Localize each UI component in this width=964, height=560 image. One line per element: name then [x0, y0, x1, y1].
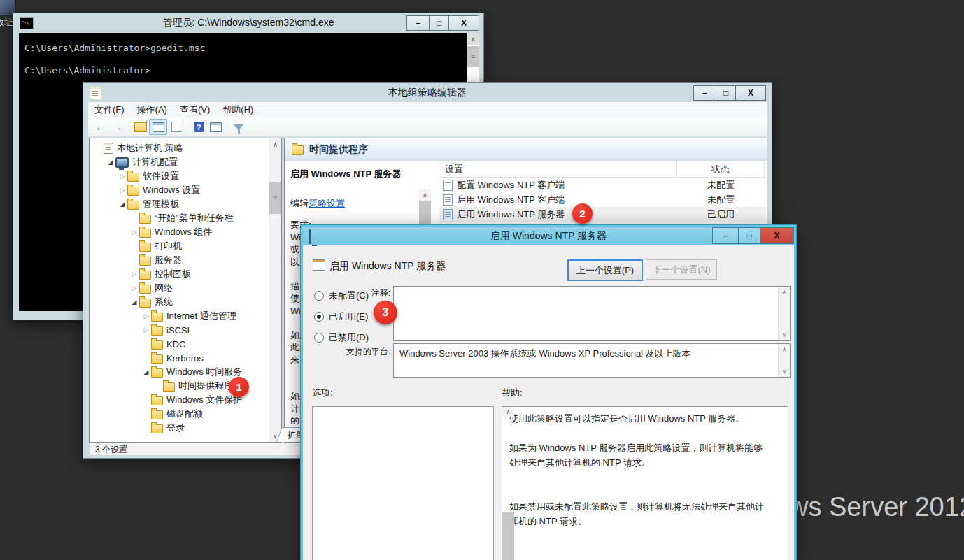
pane-banner-label: 时间提供程序 [309, 143, 368, 156]
menu-action[interactable]: 操作(A) [131, 103, 173, 116]
maximize-button[interactable]: □ [716, 85, 736, 101]
folder-icon [139, 215, 151, 224]
button-key: P [625, 265, 631, 275]
radio-icon[interactable] [314, 333, 324, 343]
radio-disabled[interactable]: 已禁用(D) [314, 331, 369, 345]
scroll-down-icon[interactable]: ∨ [779, 330, 790, 340]
setting-name: 配置 Windows NTP 客户端 [457, 179, 565, 192]
collapse-icon[interactable] [129, 299, 139, 306]
policy-doc-icon [443, 209, 453, 220]
folder-icon [151, 313, 163, 322]
tree-item[interactable]: Windows 组件 [90, 225, 269, 239]
setting-row[interactable]: 启用 Windows NTP 客户端 未配置 [439, 192, 766, 207]
radio-label: ) [366, 332, 369, 343]
tree-item[interactable]: 磁盘配额 [90, 407, 269, 421]
options-panel[interactable] [312, 406, 494, 560]
step-badge-1: 1 [229, 377, 249, 397]
tree-item[interactable]: 服务器 [90, 253, 269, 267]
up-one-level-icon[interactable] [132, 120, 149, 134]
tree-item[interactable]: 系统 [90, 295, 269, 309]
folder-icon [163, 382, 175, 392]
show-action-pane-icon[interactable] [207, 120, 224, 134]
collapse-icon[interactable] [141, 368, 151, 375]
scroll-up-icon[interactable]: ∧ [269, 138, 281, 150]
menu-view[interactable]: 查看(V) [173, 103, 216, 116]
toolbar-separator [227, 121, 227, 134]
platform-scrollbar[interactable]: ∧ ∨ [778, 344, 790, 377]
close-button[interactable]: X [735, 85, 766, 101]
minimize-button[interactable]: – [406, 15, 430, 31]
expand-icon[interactable] [118, 187, 127, 194]
scroll-thumb[interactable]: ≡ [269, 182, 281, 214]
maximize-button[interactable]: □ [738, 227, 760, 244]
tree-item[interactable]: 计算机配置 [90, 155, 269, 169]
minimize-button[interactable]: – [693, 85, 716, 101]
collapse-icon[interactable] [106, 159, 115, 166]
gpedit-titlebar[interactable]: 本地组策略编辑器 – □ X [83, 83, 772, 102]
tree-scrollbar[interactable]: ∧ ≡ ∨ [269, 138, 281, 442]
supported-platform-box[interactable]: Windows Server 2003 操作系统或 Windows XP Pro… [393, 343, 791, 378]
cmd-titlebar[interactable]: C:\. 管理员: C:\Windows\system32\cmd.exe – … [13, 13, 483, 33]
column-header-setting[interactable]: 设置 [439, 161, 677, 177]
tree-item[interactable]: Windows 设置 [90, 183, 269, 197]
policy-setting-link[interactable]: 策略设置 [309, 198, 345, 208]
tree-item[interactable]: 软件设置 [90, 169, 269, 183]
expand-icon[interactable] [129, 271, 139, 278]
tree-item[interactable]: 本地计算机 策略 [90, 141, 269, 155]
comment-scrollbar[interactable]: ∧ ∨ [778, 287, 790, 340]
expand-icon[interactable] [141, 313, 151, 320]
tree-item[interactable]: “开始”菜单和任务栏 [90, 211, 269, 225]
scroll-up-icon[interactable]: ∧ [467, 33, 479, 45]
tree-item[interactable]: Internet 通信管理 [90, 309, 269, 323]
show-console-tree-icon[interactable] [149, 119, 167, 135]
scroll-thumb[interactable] [502, 512, 514, 560]
radio-enabled[interactable]: 已启用(E) [314, 310, 368, 324]
scroll-thumb[interactable] [419, 201, 431, 227]
export-list-icon[interactable] [167, 120, 184, 134]
expand-icon[interactable] [129, 285, 139, 292]
expand-icon[interactable] [141, 326, 151, 333]
expand-icon[interactable] [118, 173, 127, 180]
close-button[interactable]: X [448, 15, 479, 31]
back-icon[interactable]: ← [92, 120, 109, 134]
tree-item[interactable]: KDC [90, 337, 269, 351]
radio-key: E [359, 311, 365, 322]
step-badge-3: 3 [374, 301, 397, 324]
expand-icon[interactable] [129, 229, 139, 236]
tree-item[interactable]: 管理模板 [90, 197, 269, 211]
minimize-button[interactable]: – [712, 227, 739, 244]
scroll-up-icon[interactable]: ∧ [779, 344, 790, 354]
comment-box[interactable]: ∧ ∨ [393, 286, 791, 341]
scroll-thumb[interactable]: ≡ [467, 46, 479, 67]
setting-row-selected[interactable]: 启用 Windows NTP 服务器 已启用 [439, 207, 766, 222]
setting-row[interactable]: 配置 Windows NTP 客户端 未配置 [439, 178, 766, 192]
tree-item[interactable]: 控制面板 [90, 267, 269, 281]
maximize-button[interactable]: □ [429, 15, 449, 31]
folder-icon [139, 229, 151, 238]
menu-file[interactable]: 文件(F) [88, 103, 131, 116]
scroll-up-icon[interactable]: ∧ [419, 189, 431, 201]
tree-item[interactable]: iSCSI [90, 323, 269, 337]
tree-item[interactable]: 登录 [90, 421, 269, 435]
filter-icon[interactable] [230, 120, 247, 134]
scroll-up-icon[interactable]: ∧ [502, 407, 514, 417]
close-button[interactable]: X [760, 227, 794, 244]
next-setting-button[interactable]: 下一个设置(N) [646, 259, 717, 280]
selected-setting-title: 启用 Windows NTP 服务器 [290, 168, 438, 180]
options-label: 选项: [312, 387, 333, 399]
policy-doc-icon [443, 194, 453, 206]
tree-item[interactable]: 网络 [90, 281, 269, 295]
scroll-up-icon[interactable]: ∧ [779, 287, 790, 297]
scroll-down-icon[interactable]: ∨ [779, 366, 790, 377]
column-header-status[interactable]: 状态 [677, 161, 765, 177]
menu-help[interactable]: 帮助(H) [216, 103, 260, 116]
help-icon[interactable]: ? [190, 120, 207, 134]
collapse-icon[interactable] [118, 201, 127, 208]
forward-icon[interactable]: → [109, 120, 126, 134]
tree-item[interactable]: 打印机 [90, 239, 269, 253]
tree-item[interactable]: Kerberos [90, 351, 269, 365]
previous-setting-button[interactable]: 上一个设置(P) [567, 259, 643, 281]
folder-icon [292, 145, 304, 155]
dialog-titlebar[interactable]: 启用 Windows NTP 服务器 – □ X [303, 227, 794, 245]
radio-selected-icon[interactable] [314, 312, 324, 322]
